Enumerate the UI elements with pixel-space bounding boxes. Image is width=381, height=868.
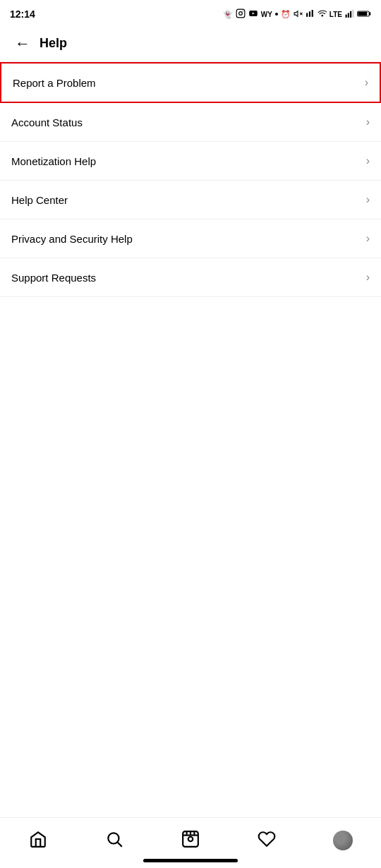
svg-point-1 — [238, 12, 242, 16]
status-icons: 👻 WY ⏰ — [223, 8, 371, 20]
chevron-right-icon-report-problem: › — [365, 76, 368, 89]
status-time: 12:14 — [10, 8, 35, 20]
menu-list: Report a Problem›Account Status›Monetiza… — [0, 62, 381, 297]
svg-rect-13 — [352, 9, 353, 17]
menu-item-label-report-problem: Report a Problem — [13, 77, 96, 89]
svg-rect-15 — [369, 12, 370, 15]
heart-icon — [258, 830, 276, 851]
chevron-right-icon-monetization-help: › — [366, 155, 370, 167]
nav-heart[interactable] — [246, 823, 288, 858]
svg-rect-16 — [358, 11, 367, 16]
menu-item-label-support-requests: Support Requests — [11, 272, 96, 284]
menu-item-label-privacy-security-help: Privacy and Security Help — [11, 233, 133, 245]
svg-rect-7 — [309, 11, 310, 17]
reels-icon — [181, 830, 200, 851]
svg-line-18 — [118, 842, 122, 846]
signal-icon — [345, 9, 354, 20]
status-bar: 12:14 👻 WY ⏰ — [0, 0, 381, 25]
wy-icon: WY — [261, 11, 272, 18]
volume-icon — [294, 9, 303, 20]
chevron-right-icon-support-requests: › — [366, 271, 370, 284]
svg-rect-6 — [306, 13, 308, 16]
menu-item-label-monetization-help: Monetization Help — [11, 155, 96, 167]
wifi-icon — [318, 9, 327, 20]
battery-icon — [357, 9, 371, 20]
svg-point-20 — [188, 836, 193, 841]
bottom-nav — [0, 817, 381, 868]
header: ← Help — [0, 25, 381, 62]
svg-marker-3 — [294, 11, 298, 16]
nav-reels[interactable] — [169, 823, 212, 858]
chevron-right-icon-account-status: › — [366, 116, 370, 128]
menu-item-account-status[interactable]: Account Status› — [0, 103, 381, 142]
chevron-right-icon-help-center: › — [366, 193, 370, 206]
svg-rect-8 — [312, 10, 313, 17]
instagram-icon — [236, 8, 246, 20]
page-title: Help — [40, 36, 67, 51]
svg-point-2 — [242, 11, 243, 11]
svg-rect-10 — [346, 14, 347, 17]
home-icon — [29, 830, 47, 851]
menu-item-support-requests[interactable]: Support Requests› — [0, 258, 381, 297]
svg-rect-12 — [350, 11, 351, 17]
menu-item-privacy-security-help[interactable]: Privacy and Security Help› — [0, 219, 381, 258]
svg-point-17 — [108, 833, 119, 843]
nav-search[interactable] — [93, 823, 135, 858]
svg-point-9 — [322, 15, 323, 16]
back-arrow-icon: ← — [15, 36, 30, 52]
youtube-icon — [248, 8, 258, 20]
menu-item-monetization-help[interactable]: Monetization Help› — [0, 142, 381, 181]
search-icon — [105, 830, 123, 851]
back-button[interactable]: ← — [10, 31, 35, 56]
notif-dot — [275, 13, 278, 16]
menu-item-label-help-center: Help Center — [11, 194, 68, 206]
svg-rect-0 — [236, 9, 245, 18]
profile-avatar — [333, 831, 353, 850]
nav-profile[interactable] — [322, 823, 364, 858]
svg-rect-11 — [348, 13, 349, 18]
alarm-icon: ⏰ — [281, 10, 291, 19]
menu-item-label-account-status: Account Status — [11, 116, 83, 128]
lte-icon: LTE — [329, 11, 342, 18]
menu-item-report-problem[interactable]: Report a Problem› — [0, 62, 381, 103]
snapchat-icon: 👻 — [223, 10, 233, 19]
menu-item-help-center[interactable]: Help Center› — [0, 181, 381, 219]
home-bar-indicator — [143, 859, 238, 862]
nav-home[interactable] — [17, 823, 59, 858]
data-icon — [306, 9, 315, 20]
chevron-right-icon-privacy-security-help: › — [366, 232, 370, 245]
